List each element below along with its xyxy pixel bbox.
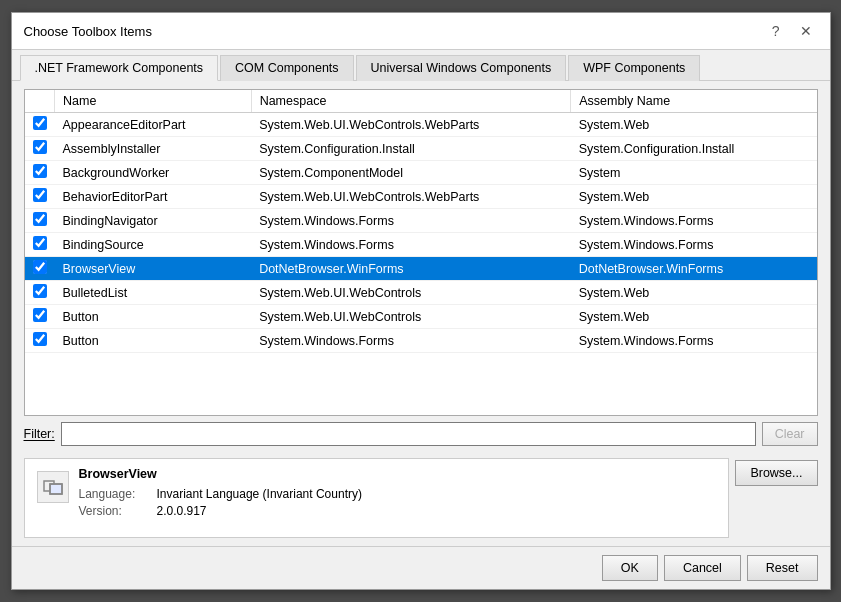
row-checkbox-cell xyxy=(25,257,55,281)
table-row[interactable]: BindingNavigatorSystem.Windows.FormsSyst… xyxy=(25,209,817,233)
choose-toolbox-dialog: Choose Toolbox Items ? ✕ .NET Framework … xyxy=(11,12,831,590)
info-item-name: BrowserView xyxy=(79,467,717,481)
component-svg-icon xyxy=(42,476,64,498)
help-button[interactable]: ? xyxy=(766,21,786,41)
row-name: BindingNavigator xyxy=(55,209,252,233)
table-row[interactable]: ButtonSystem.Windows.FormsSystem.Windows… xyxy=(25,329,817,353)
row-name: Button xyxy=(55,329,252,353)
table-row[interactable]: ButtonSystem.Web.UI.WebControlsSystem.We… xyxy=(25,305,817,329)
row-checkbox-cell xyxy=(25,233,55,257)
table-row[interactable]: BrowserViewDotNetBrowser.WinFormsDotNetB… xyxy=(25,257,817,281)
component-icon xyxy=(37,471,69,503)
row-checkbox-cell xyxy=(25,185,55,209)
svg-rect-1 xyxy=(50,484,62,494)
tab-com[interactable]: COM Components xyxy=(220,55,354,81)
row-namespace: System.Configuration.Install xyxy=(251,137,571,161)
table-row[interactable]: AssemblyInstallerSystem.Configuration.In… xyxy=(25,137,817,161)
row-checkbox[interactable] xyxy=(33,236,47,250)
row-checkbox[interactable] xyxy=(33,284,47,298)
info-details: Language: Invariant Language (Invariant … xyxy=(79,487,717,518)
row-checkbox-cell xyxy=(25,209,55,233)
tab-wpf[interactable]: WPF Components xyxy=(568,55,700,81)
version-label: Version: xyxy=(79,504,149,518)
row-assembly: System.Web xyxy=(571,185,817,209)
row-name: AppearanceEditorPart xyxy=(55,113,252,137)
language-label: Language: xyxy=(79,487,149,501)
language-row: Language: Invariant Language (Invariant … xyxy=(79,487,717,501)
row-name: Button xyxy=(55,305,252,329)
info-section: BrowserView Language: Invariant Language… xyxy=(24,458,730,538)
row-checkbox[interactable] xyxy=(33,164,47,178)
row-checkbox-cell xyxy=(25,305,55,329)
row-name: BackgroundWorker xyxy=(55,161,252,185)
ok-button[interactable]: OK xyxy=(602,555,658,581)
dialog-title: Choose Toolbox Items xyxy=(24,24,152,39)
filter-input[interactable] xyxy=(61,422,756,446)
row-assembly: System.Web xyxy=(571,305,817,329)
row-checkbox[interactable] xyxy=(33,332,47,346)
table-row[interactable]: BulletedListSystem.Web.UI.WebControlsSys… xyxy=(25,281,817,305)
clear-button[interactable]: Clear xyxy=(762,422,818,446)
table-header-row: Name Namespace Assembly Name xyxy=(25,90,817,113)
components-table-container: Name Namespace Assembly Name AppearanceE… xyxy=(24,89,818,416)
table-row[interactable]: BindingSourceSystem.Windows.FormsSystem.… xyxy=(25,233,817,257)
row-name: BulletedList xyxy=(55,281,252,305)
row-checkbox-cell xyxy=(25,329,55,353)
language-value: Invariant Language (Invariant Country) xyxy=(157,487,362,501)
table-row[interactable]: AppearanceEditorPartSystem.Web.UI.WebCon… xyxy=(25,113,817,137)
col-header-name: Name xyxy=(55,90,252,113)
components-table: Name Namespace Assembly Name AppearanceE… xyxy=(25,90,817,353)
row-namespace: System.Windows.Forms xyxy=(251,209,571,233)
title-bar-controls: ? ✕ xyxy=(766,21,818,41)
row-assembly: System.Windows.Forms xyxy=(571,329,817,353)
table-row[interactable]: BackgroundWorkerSystem.ComponentModelSys… xyxy=(25,161,817,185)
row-namespace: System.Web.UI.WebControls.WebParts xyxy=(251,113,571,137)
cancel-button[interactable]: Cancel xyxy=(664,555,741,581)
row-assembly: DotNetBrowser.WinForms xyxy=(571,257,817,281)
col-header-check xyxy=(25,90,55,113)
row-assembly: System.Windows.Forms xyxy=(571,209,817,233)
close-button[interactable]: ✕ xyxy=(794,21,818,41)
bottom-bar: OK Cancel Reset xyxy=(12,546,830,589)
main-content: Name Namespace Assembly Name AppearanceE… xyxy=(12,81,830,546)
row-checkbox[interactable] xyxy=(33,140,47,154)
row-assembly: System.Web xyxy=(571,113,817,137)
table-scroll[interactable]: Name Namespace Assembly Name AppearanceE… xyxy=(25,90,817,415)
version-value: 2.0.0.917 xyxy=(157,504,207,518)
tab-uwp[interactable]: Universal Windows Components xyxy=(356,55,567,81)
row-namespace: System.Web.UI.WebControls xyxy=(251,281,571,305)
row-checkbox-cell xyxy=(25,161,55,185)
table-row[interactable]: BehaviorEditorPartSystem.Web.UI.WebContr… xyxy=(25,185,817,209)
title-bar: Choose Toolbox Items ? ✕ xyxy=(12,13,830,50)
version-row: Version: 2.0.0.917 xyxy=(79,504,717,518)
row-namespace: System.Web.UI.WebControls xyxy=(251,305,571,329)
row-checkbox[interactable] xyxy=(33,308,47,322)
filter-label: Filter: xyxy=(24,427,55,441)
row-namespace: System.Windows.Forms xyxy=(251,329,571,353)
row-assembly: System.Web xyxy=(571,281,817,305)
col-header-namespace: Namespace xyxy=(251,90,571,113)
row-namespace: System.ComponentModel xyxy=(251,161,571,185)
row-assembly: System.Windows.Forms xyxy=(571,233,817,257)
browse-button[interactable]: Browse... xyxy=(735,460,817,486)
row-assembly: System.Configuration.Install xyxy=(571,137,817,161)
row-name: AssemblyInstaller xyxy=(55,137,252,161)
row-checkbox[interactable] xyxy=(33,188,47,202)
filter-row: Filter: Clear xyxy=(24,422,818,446)
row-name: BrowserView xyxy=(55,257,252,281)
reset-button[interactable]: Reset xyxy=(747,555,818,581)
row-name: BehaviorEditorPart xyxy=(55,185,252,209)
row-namespace: System.Windows.Forms xyxy=(251,233,571,257)
row-checkbox[interactable] xyxy=(33,212,47,226)
row-checkbox[interactable] xyxy=(33,116,47,130)
tab-dotnet[interactable]: .NET Framework Components xyxy=(20,55,219,81)
row-checkbox-cell xyxy=(25,137,55,161)
info-text: BrowserView Language: Invariant Language… xyxy=(79,467,717,518)
row-namespace: DotNetBrowser.WinForms xyxy=(251,257,571,281)
row-namespace: System.Web.UI.WebControls.WebParts xyxy=(251,185,571,209)
row-name: BindingSource xyxy=(55,233,252,257)
row-checkbox[interactable] xyxy=(33,260,47,274)
row-assembly: System xyxy=(571,161,817,185)
row-checkbox-cell xyxy=(25,113,55,137)
tab-bar: .NET Framework Components COM Components… xyxy=(12,50,830,81)
